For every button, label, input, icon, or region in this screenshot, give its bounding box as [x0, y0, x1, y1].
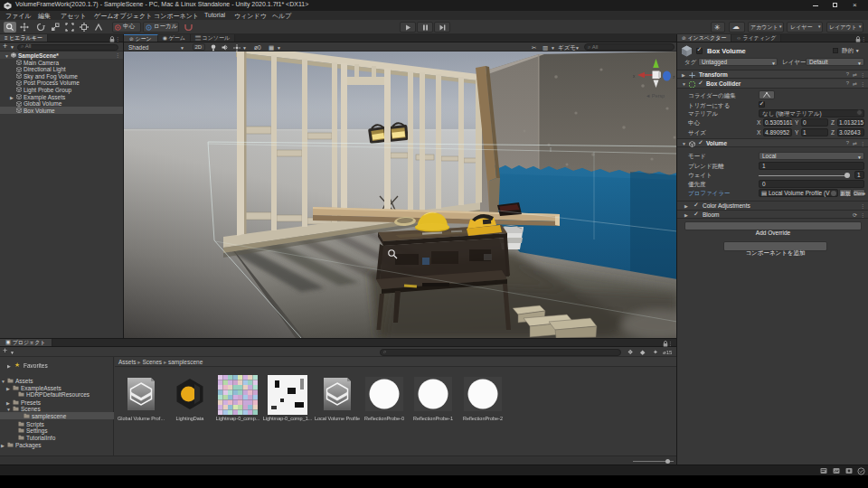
svg-text:◄ Persp: ◄ Persp — [646, 93, 665, 99]
